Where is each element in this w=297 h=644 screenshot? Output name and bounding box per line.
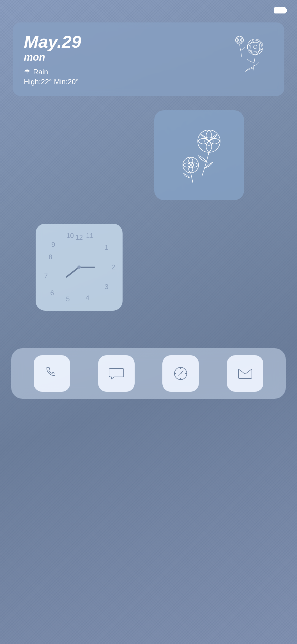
svg-point-2 bbox=[251, 39, 260, 55]
svg-line-37 bbox=[181, 371, 183, 373]
svg-text:10: 10 bbox=[66, 232, 74, 239]
clock-widget[interactable]: 12 1 2 3 4 5 6 7 8 9 10 11 bbox=[36, 224, 123, 311]
svg-text:3: 3 bbox=[105, 283, 109, 290]
svg-point-1 bbox=[247, 39, 263, 55]
app-dock bbox=[11, 348, 286, 399]
dock-phone[interactable] bbox=[34, 355, 70, 392]
svg-text:11: 11 bbox=[86, 232, 94, 239]
svg-point-8 bbox=[236, 38, 244, 42]
wallpaper bbox=[0, 0, 297, 644]
svg-text:2: 2 bbox=[112, 263, 115, 271]
svg-point-30 bbox=[77, 265, 81, 269]
dock-messages[interactable] bbox=[98, 355, 135, 392]
svg-text:1: 1 bbox=[105, 244, 109, 251]
svg-point-7 bbox=[237, 36, 242, 44]
weather-condition: ☂ Rain bbox=[24, 68, 81, 76]
weather-day: mon bbox=[24, 51, 81, 63]
svg-text:6: 6 bbox=[50, 289, 54, 297]
dock-mail[interactable] bbox=[227, 355, 263, 392]
svg-line-28 bbox=[66, 267, 79, 277]
weather-temp: High:22° Min:20° bbox=[24, 77, 81, 86]
svg-point-6 bbox=[236, 36, 244, 44]
rain-icon: ☂ bbox=[24, 68, 30, 76]
weather-date: May.29 bbox=[24, 32, 81, 51]
svg-point-4 bbox=[247, 38, 264, 56]
svg-text:9: 9 bbox=[52, 241, 55, 248]
svg-text:4: 4 bbox=[86, 294, 89, 302]
weather-widget[interactable]: May.29 mon ☂ Rain High:22° Min:20° bbox=[13, 22, 284, 96]
battery-icon bbox=[274, 7, 286, 13]
dock-safari[interactable] bbox=[162, 355, 199, 392]
svg-point-9 bbox=[238, 39, 241, 41]
svg-text:12: 12 bbox=[75, 233, 83, 241]
svg-point-3 bbox=[247, 42, 263, 51]
widgetclub-flower-icon bbox=[154, 110, 244, 200]
svg-line-38 bbox=[178, 373, 181, 376]
svg-text:8: 8 bbox=[49, 253, 52, 261]
svg-point-5 bbox=[254, 45, 257, 49]
svg-text:5: 5 bbox=[66, 295, 70, 303]
weather-info: May.29 mon ☂ Rain High:22° Min:20° bbox=[24, 32, 81, 86]
weather-floral-decoration bbox=[217, 32, 273, 77]
home-screen: 2:41 May.29 mon bbox=[0, 0, 297, 644]
svg-text:7: 7 bbox=[44, 272, 48, 280]
